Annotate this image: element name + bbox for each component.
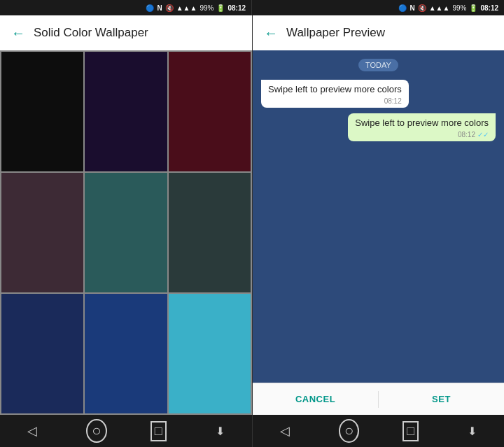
status-icons-left: 🔵 N 🔇 ▲▲▲ 99% 🔋 08:12 — [146, 4, 246, 12]
color-cell-teal[interactable] — [85, 173, 167, 292]
status-icons-right: 🔵 N 🔇 ▲▲▲ 99% 🔋 08:12 — [398, 4, 498, 12]
bubble-meta-received: 08:12 — [268, 97, 402, 105]
color-cell-black[interactable] — [1, 52, 83, 171]
color-cell-blue[interactable] — [85, 294, 167, 413]
down-nav-icon-left[interactable]: ⬇ — [210, 419, 230, 444]
battery-icon-right: 🔋 — [469, 4, 477, 12]
time-right: 08:12 — [480, 4, 498, 12]
message-row-received: Swipe left to preview more colors 08:12 — [261, 80, 496, 108]
right-panel: ← Wallpaper Preview TODAY Swipe left to … — [252, 15, 504, 447]
bluetooth-icon: 🔵 — [146, 4, 154, 12]
bottom-action-bar: CANCEL SET — [253, 383, 504, 415]
color-cell-cyan[interactable] — [169, 294, 251, 413]
status-bar-right: 🔵 N 🔇 ▲▲▲ 99% 🔋 08:12 — [252, 0, 504, 15]
chat-area: TODAY Swipe left to preview more colors … — [253, 50, 504, 383]
left-header: ← Solid Color Wallpaper — [0, 15, 252, 50]
main-area: ← Solid Color Wallpaper ◁ ○ □ ⬇ ← — [0, 15, 504, 447]
status-bar: 🔵 N 🔇 ▲▲▲ 99% 🔋 08:12 🔵 N 🔇 ▲▲▲ 99% 🔋 08… — [0, 0, 504, 15]
bubble-text-received: Swipe left to preview more colors — [268, 84, 402, 96]
color-cell-dark-purple[interactable] — [85, 52, 167, 171]
signal-icon-r: ▲▲▲ — [429, 4, 450, 12]
left-panel: ← Solid Color Wallpaper ◁ ○ □ ⬇ — [0, 15, 252, 447]
right-panel-title: Wallpaper Preview — [286, 26, 385, 40]
nfc-icon: N — [157, 4, 162, 12]
left-back-button[interactable]: ← — [11, 25, 25, 41]
mute-icon-r: 🔇 — [418, 4, 426, 12]
home-nav-icon-right[interactable]: ○ — [339, 419, 359, 443]
home-nav-icon-left[interactable]: ○ — [86, 419, 106, 443]
bubble-received: Swipe left to preview more colors 08:12 — [261, 80, 409, 108]
mute-icon: 🔇 — [165, 4, 174, 12]
left-panel-title: Solid Color Wallpaper — [34, 26, 148, 40]
battery-icon-left: 🔋 — [216, 4, 225, 12]
bubble-text-sent: Swipe left to preview more colors — [355, 118, 489, 129]
bluetooth-icon-r: 🔵 — [398, 4, 407, 12]
signal-icon: ▲▲▲ — [176, 4, 197, 12]
status-bar-left: 🔵 N 🔇 ▲▲▲ 99% 🔋 08:12 — [0, 0, 252, 15]
back-nav-icon-right[interactable]: ◁ — [274, 418, 295, 444]
left-nav-bar: ◁ ○ □ ⬇ — [0, 415, 252, 447]
date-badge: TODAY — [358, 59, 398, 71]
color-grid — [0, 50, 252, 415]
right-back-button[interactable]: ← — [264, 25, 278, 41]
message-row-sent: Swipe left to preview more colors 08:12 … — [261, 113, 496, 141]
set-button[interactable]: SET — [379, 385, 504, 413]
right-header: ← Wallpaper Preview — [253, 15, 504, 50]
back-nav-icon-left[interactable]: ◁ — [22, 418, 43, 444]
nfc-icon-r: N — [410, 4, 414, 12]
bubble-time-sent: 08:12 — [458, 131, 475, 139]
color-cell-mauve[interactable] — [1, 173, 83, 292]
down-nav-icon-right[interactable]: ⬇ — [462, 419, 482, 444]
time-left: 08:12 — [227, 4, 246, 12]
battery-percent-right: 99% — [452, 4, 466, 12]
battery-percent-left: 99% — [200, 4, 214, 12]
check-marks-sent: ✓✓ — [477, 131, 489, 139]
recents-nav-icon-right[interactable]: □ — [402, 421, 419, 441]
bubble-meta-sent: 08:12 ✓✓ — [355, 131, 489, 139]
bubble-time-received: 08:12 — [384, 97, 402, 105]
right-nav-bar: ◁ ○ □ ⬇ — [253, 415, 504, 447]
cancel-button[interactable]: CANCEL — [253, 385, 378, 413]
color-cell-navy[interactable] — [1, 294, 83, 413]
color-cell-dark-teal[interactable] — [169, 173, 251, 292]
bubble-sent: Swipe left to preview more colors 08:12 … — [348, 113, 496, 141]
color-cell-dark-red[interactable] — [169, 52, 251, 171]
recents-nav-icon-left[interactable]: □ — [150, 421, 167, 441]
